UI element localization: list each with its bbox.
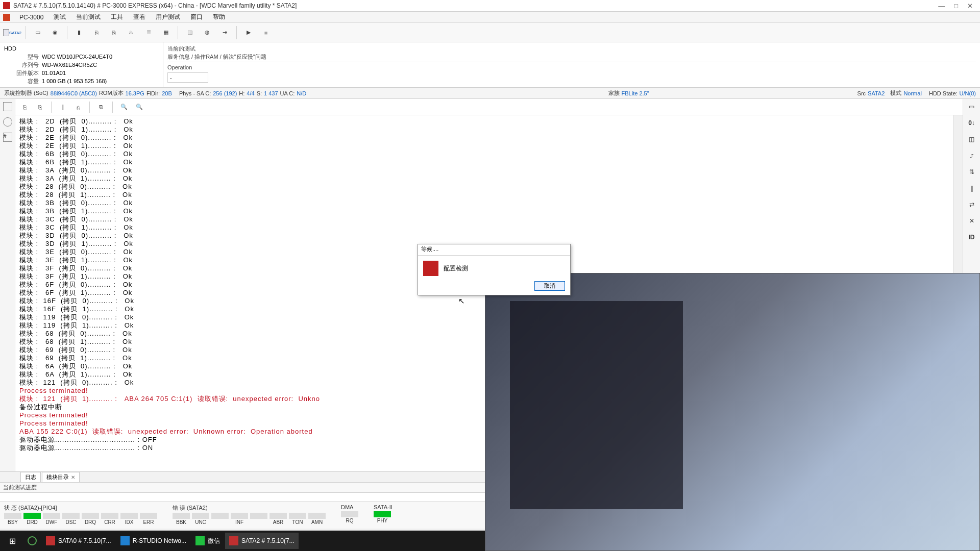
operation-dropdown[interactable]: -	[167, 72, 208, 83]
status-line: 系统控制器 (SoC) 88i9446C0 (A5C0) ROM版本 16.3P…	[0, 88, 980, 99]
right-tool-5[interactable]: ⇅	[967, 168, 977, 178]
current-test-label: 当前的测试	[167, 44, 976, 53]
panel-errors: 错 误 (SATA2) BBKUNCINFABRTONAMN	[173, 504, 326, 527]
tool-icon-7[interactable]: ≣	[141, 26, 156, 40]
test-info: 当前的测试 服务信息 / 操作RAM / 解决"反应慢"问题 Operation…	[163, 42, 980, 87]
menubar: PC-3000 测试 当前测试 工具 查看 用户测试 窗口 帮助	[0, 12, 980, 23]
tool-icon-9[interactable]: ◫	[182, 26, 198, 40]
firmware-value: 01.01A01	[42, 70, 66, 76]
serial-value: WD-WX61E84CR5ZC	[42, 62, 97, 68]
task-item-1[interactable]: R-STUDIO Netwo...	[116, 533, 190, 549]
menu-window[interactable]: 窗口	[185, 13, 208, 21]
left-tool-3[interactable]: #	[3, 133, 12, 142]
titlebar: SATA2 # 7.5.10(7.5.10.14140) # PC-3000 E…	[0, 0, 980, 12]
stop-button[interactable]: ■	[258, 26, 274, 40]
tool-icon-10[interactable]: ◍	[200, 26, 215, 40]
sub-app-icon	[3, 14, 10, 21]
panel-dma: DMA RQ	[341, 504, 358, 527]
model-value: WDC WD10JPCX-24UE4T0	[42, 54, 112, 60]
menu-current-test[interactable]: 当前测试	[71, 13, 106, 21]
left-sidebar: #	[0, 99, 15, 471]
log-tool-1[interactable]: ⎘	[18, 101, 31, 113]
window-title: SATA2 # 7.5.10(7.5.10.14140) # PC-3000 E…	[13, 2, 938, 9]
right-tool-9[interactable]: ID	[967, 234, 977, 243]
sata-port-button[interactable]: SATA2	[3, 26, 21, 40]
close-icon[interactable]: ✕	[71, 474, 75, 480]
tool-icon-4[interactable]: ⎘	[89, 26, 104, 40]
right-tool-7[interactable]: ⇄	[967, 201, 977, 210]
tab-log[interactable]: 日志	[20, 472, 41, 482]
menu-tools[interactable]: 工具	[106, 13, 128, 21]
left-tool-2[interactable]	[3, 117, 12, 127]
menu-view[interactable]: 查看	[128, 13, 151, 21]
panel-status: 状 态 (SATA2)-[PIO4] BSYDRDDWFDSCDRQCRRIDX…	[4, 504, 157, 527]
log-toolbar: ⎘ ⎘ ‖ ⎌ ⧉ 🔍 🔍	[15, 99, 963, 115]
menu-test[interactable]: 测试	[48, 13, 71, 21]
copy-icon[interactable]: ⧉	[95, 101, 107, 113]
start-button[interactable]: ⊞	[2, 533, 22, 549]
task-item-2[interactable]: 微信	[191, 533, 224, 549]
right-tool-3[interactable]: ◫	[967, 136, 977, 145]
task-item-3[interactable]: SATA2 # 7.5.10(7...	[225, 533, 299, 549]
task-item-0[interactable]: SATA0 # 7.5.10(7...	[42, 533, 115, 549]
task-search[interactable]	[23, 533, 41, 549]
panel-sataii: SATA-II PHY	[374, 504, 393, 527]
app-name[interactable]: PC-3000	[14, 14, 48, 21]
tool-icon-3[interactable]: ▮	[71, 26, 87, 40]
tool-icon-5[interactable]: ⎘	[106, 26, 121, 40]
right-tool-4[interactable]: ⎎	[967, 152, 977, 161]
soc-value: 88i9446C0 (A5C0)	[51, 90, 97, 96]
dialog-icon	[423, 261, 438, 276]
app-icon	[3, 2, 10, 9]
wait-dialog: 等候.... 配置检测 取消	[418, 244, 571, 295]
maximize-button[interactable]: □	[954, 2, 958, 10]
tool-icon-8[interactable]: ▦	[158, 26, 174, 40]
capacity-value: 1 000 GB (1 953 525 168)	[42, 78, 107, 84]
current-test-value: 服务信息 / 操作RAM / 解决"反应慢"问题	[167, 53, 976, 61]
tool-icon-11[interactable]: ⇥	[217, 26, 232, 40]
tool-icon-2[interactable]: ◉	[47, 26, 63, 40]
menu-user-test[interactable]: 用户测试	[151, 13, 185, 21]
right-tool-2[interactable]: 0↓	[967, 119, 977, 129]
hdd-label: HDD	[4, 45, 16, 52]
log-tool-2[interactable]: ⎘	[34, 101, 46, 113]
find-next-icon[interactable]: 🔍	[133, 101, 145, 113]
main-toolbar: SATA2 ▭ ◉ ▮ ⎘ ⎘ ♨ ≣ ▦ ◫ ◍ ⇥ ▶ ■	[0, 23, 980, 42]
tab-modules[interactable]: 模块目录✕	[42, 472, 80, 482]
operation-label: Operation	[167, 63, 976, 71]
window-controls: — □ ✕	[938, 2, 977, 10]
dialog-title: 等候....	[418, 244, 570, 256]
dialog-cancel-button[interactable]: 取消	[534, 281, 565, 291]
right-tool-6[interactable]: ‖	[967, 185, 977, 194]
dialog-text: 配置检测	[444, 264, 468, 273]
tool-icon-1[interactable]: ▭	[30, 26, 45, 40]
play-button[interactable]: ▶	[241, 26, 256, 40]
log-tool-3[interactable]: ⎌	[72, 101, 84, 113]
minimize-button[interactable]: —	[938, 2, 945, 10]
right-tool-8[interactable]: ✕	[967, 217, 977, 227]
left-tool-1[interactable]	[3, 102, 12, 111]
tool-icon-6[interactable]: ♨	[124, 26, 139, 40]
webcam-overlay	[485, 273, 980, 551]
find-icon[interactable]: 🔍	[118, 101, 130, 113]
pause-icon[interactable]: ‖	[57, 101, 69, 113]
right-tool-1[interactable]: ▭	[967, 103, 977, 112]
close-button[interactable]: ✕	[967, 2, 973, 10]
menu-help[interactable]: 帮助	[208, 13, 230, 21]
drive-info: HDD 型号WDC WD10JPCX-24UE4T0 序列号WD-WX61E84…	[0, 42, 163, 87]
info-bar: HDD 型号WDC WD10JPCX-24UE4T0 序列号WD-WX61E84…	[0, 42, 980, 88]
